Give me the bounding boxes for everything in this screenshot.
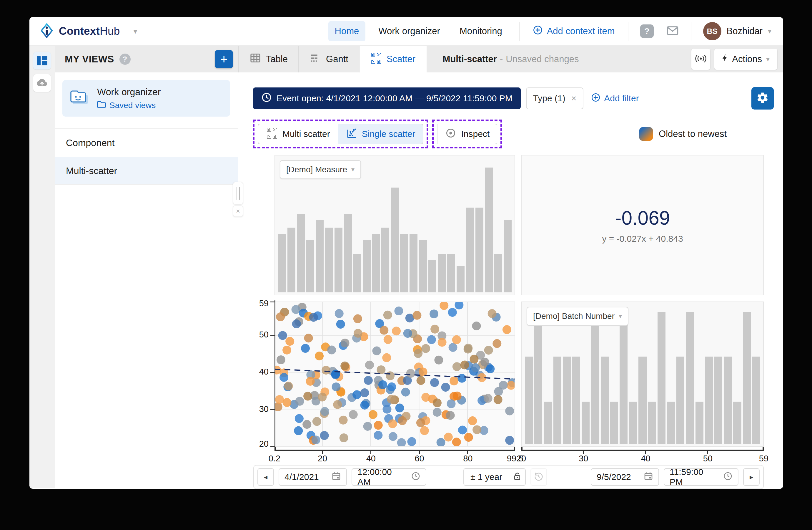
scatter-point <box>365 361 374 369</box>
y-axis-label: 30 <box>253 404 269 414</box>
saved-views-link[interactable]: Saved views <box>97 100 161 110</box>
scatter-point <box>353 315 362 323</box>
broadcast-button[interactable] <box>691 48 710 70</box>
histogram-bar <box>325 227 333 292</box>
help-icon[interactable]: ? <box>640 25 654 38</box>
start-time-field[interactable]: 12:00:00 AM <box>351 468 426 486</box>
remove-filter-icon[interactable]: × <box>571 93 577 103</box>
scatter-canvas[interactable] <box>275 302 514 446</box>
histogram-bar <box>525 357 533 444</box>
scatter-point <box>452 362 461 371</box>
history-icon <box>534 471 544 483</box>
clock-icon <box>723 471 733 483</box>
start-date-field[interactable]: 4/1/2021 <box>279 468 347 486</box>
actions-button[interactable]: Actions ▾ <box>714 48 777 70</box>
scatter-point <box>333 400 342 409</box>
add-filter-button[interactable]: Add filter <box>591 93 639 104</box>
range-label[interactable]: ± 1 year <box>464 472 509 482</box>
x-axis-tick <box>521 447 522 451</box>
mail-icon[interactable] <box>666 24 679 38</box>
histogram-bar <box>504 220 512 292</box>
scatter-point <box>421 393 430 402</box>
plus-circle-icon <box>533 25 543 38</box>
x-axis-line <box>521 450 764 451</box>
end-time-field[interactable]: 11:59:00 PM <box>664 468 738 486</box>
scatter-point <box>439 302 448 310</box>
sidebar-resize-handle[interactable] <box>233 182 243 204</box>
end-date-field[interactable]: 9/5/2022 <box>591 468 659 486</box>
correlation-value: -0.069 <box>615 207 670 229</box>
nav-item-home[interactable]: Home <box>328 21 366 41</box>
scatter-point <box>468 416 477 425</box>
tab-table[interactable]: Table <box>238 46 299 72</box>
folder-icon <box>97 100 106 110</box>
batch-x-axis: 2030405059 <box>521 448 764 462</box>
scatter-point <box>438 338 447 347</box>
histogram-bar <box>544 402 552 444</box>
histogram-bar <box>657 312 666 444</box>
rail-views-button[interactable] <box>33 52 51 69</box>
dashboard-layout-icon <box>37 56 47 65</box>
scatter-point <box>278 331 287 340</box>
batch-selector-dropdown[interactable]: [Demo] Batch Number ▾ <box>527 307 628 326</box>
event-open-filter-pill[interactable]: Event open: 4/1/2021 12:00:00 AM — 9/5/2… <box>253 87 521 109</box>
nav-item-work-organizer[interactable]: Work organizer <box>372 21 447 41</box>
scatter-point <box>363 422 372 431</box>
measure-selector-dropdown[interactable]: [Demo] Measure ▾ <box>280 160 361 179</box>
scatter-point <box>322 366 330 375</box>
batch-histogram-panel[interactable]: [Demo] Batch Number ▾ <box>521 302 764 447</box>
mode-button-inspect[interactable]: Inspect <box>437 124 497 144</box>
scatter-point <box>469 355 478 364</box>
previous-period-button[interactable]: ◂ <box>258 468 274 486</box>
sidebar-item-component[interactable]: Component <box>55 128 238 157</box>
calendar-icon <box>332 471 341 483</box>
scatter-point <box>332 382 341 391</box>
histogram-bar <box>733 402 741 444</box>
measure-histogram-panel[interactable]: [Demo] Measure ▾ <box>275 155 515 295</box>
scatter-point <box>421 344 430 353</box>
scatter-plot[interactable] <box>275 302 515 447</box>
x-axis-label: 80 <box>463 454 473 463</box>
scatter-point <box>472 322 481 330</box>
add-context-item-button[interactable]: Add context item <box>520 25 628 38</box>
lock-toggle[interactable] <box>509 469 525 485</box>
settings-button[interactable] <box>751 87 774 110</box>
x-axis-tick <box>514 447 515 451</box>
left-rail <box>29 46 55 488</box>
scatter-point <box>292 320 301 328</box>
gear-icon <box>756 92 769 105</box>
mode-button-multi-scatter[interactable]: Multi scatter <box>258 124 338 144</box>
scatter-point <box>360 388 369 397</box>
histogram-bar <box>456 266 465 292</box>
mode-button-single-scatter[interactable]: Single scatter <box>338 124 424 144</box>
next-period-button[interactable]: ▸ <box>743 468 760 486</box>
mode-label: Multi scatter <box>282 129 330 139</box>
scatter-point <box>294 426 303 435</box>
scatter-point <box>306 377 315 386</box>
user-menu[interactable]: BS Bozhidar ▾ <box>691 22 783 40</box>
rail-upload-button[interactable] <box>33 74 51 92</box>
x-axis-label: 30 <box>579 454 588 463</box>
app-window: ContextHub ▾ HomeWork organizerMonitorin… <box>29 17 783 489</box>
add-view-button[interactable]: + <box>215 50 233 68</box>
y-axis-label: 40 <box>253 367 269 377</box>
scatter-point <box>505 407 514 416</box>
sidebar-item-multi-scatter[interactable]: Multi-scatter <box>55 157 238 185</box>
nav-item-monitoring[interactable]: Monitoring <box>453 21 509 41</box>
reset-history-button[interactable] <box>531 468 547 486</box>
brand-chevron-down-icon[interactable]: ▾ <box>133 27 137 36</box>
sidebar-collapse-button[interactable]: × <box>233 206 243 217</box>
help-circle-icon[interactable]: ? <box>119 54 131 65</box>
tab-gantt[interactable]: Gantt <box>299 46 360 72</box>
brand-logo[interactable]: ContextHub ▾ <box>29 17 158 45</box>
charts-grid: [Demo] Measure ▾ -0.069 y = -0.027x + 40… <box>275 155 764 447</box>
type-filter-pill[interactable]: Type (1) × <box>526 87 584 109</box>
scatter-point <box>417 376 425 385</box>
scatter-point <box>398 416 407 425</box>
histogram-bar <box>667 402 675 444</box>
workspace-card[interactable]: Work organizer Saved views <box>62 80 230 116</box>
scatter-point <box>372 347 381 355</box>
scatter-point <box>446 411 455 420</box>
tab-scatter[interactable]: Scatter <box>360 46 426 72</box>
x-axis-label: 40 <box>641 454 650 463</box>
